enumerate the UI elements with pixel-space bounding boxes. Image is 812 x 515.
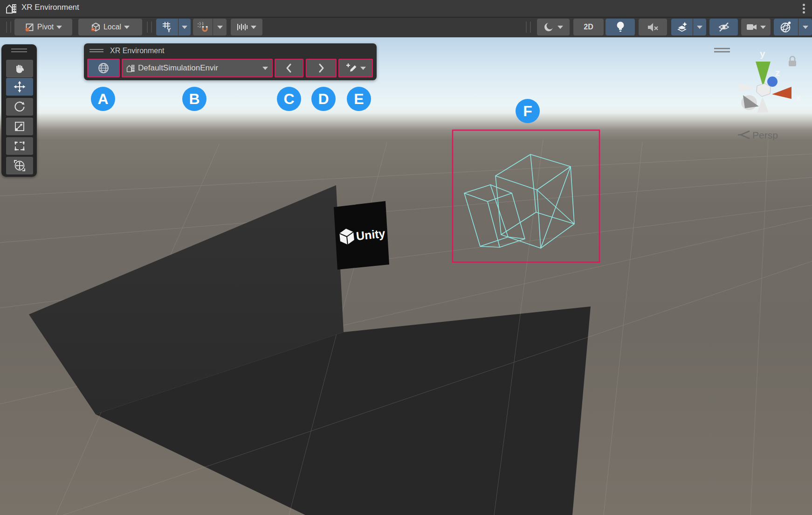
- toolbar-separator: [6, 21, 11, 33]
- edit-environment-button[interactable]: [338, 59, 373, 77]
- transform-tool[interactable]: [6, 157, 33, 174]
- effects-toggle[interactable]: [671, 19, 693, 35]
- audio-muted-icon: [647, 22, 659, 32]
- rect-tool[interactable]: [6, 137, 33, 155]
- annotation-badge-f: F: [516, 99, 540, 123]
- window-title: XR Environment: [21, 3, 79, 12]
- move-tool[interactable]: [6, 78, 33, 96]
- toolbar-separator: [147, 21, 152, 33]
- hand-icon: [14, 63, 25, 74]
- xr-environment-panel: XR Environment DefaultSimulationEnvir: [84, 43, 377, 80]
- previous-environment-button[interactable]: [275, 59, 303, 77]
- pivot-label: Pivot: [37, 23, 54, 31]
- local-toggle-button[interactable]: Local: [78, 19, 142, 35]
- annotation-badge-c: C: [277, 87, 301, 111]
- pivot-toggle-button[interactable]: Pivot: [14, 19, 72, 35]
- annotation-badge-d: D: [311, 87, 336, 111]
- edit-create-icon: [346, 62, 358, 74]
- environment-name: DefaultSimulationEnvir: [138, 63, 260, 73]
- panel-title: XR Environment: [110, 47, 165, 55]
- visibility-toggle[interactable]: [709, 19, 738, 35]
- annotation-badge-b: B: [182, 87, 206, 111]
- chevron-left-icon: [285, 63, 293, 74]
- chevron-down-icon: [56, 26, 62, 29]
- camera-icon: [746, 22, 757, 32]
- increment-ruler-icon: [237, 21, 248, 33]
- effects-dropdown[interactable]: [693, 19, 706, 35]
- window-icon: [6, 3, 18, 14]
- pivot-icon: [25, 22, 34, 32]
- gizmos-toggle[interactable]: [774, 19, 798, 35]
- chevron-down-icon: [217, 26, 223, 29]
- gizmos-dropdown[interactable]: [798, 19, 812, 35]
- chevron-down-icon: [803, 26, 808, 29]
- move-icon: [14, 81, 26, 93]
- globe-icon: [97, 62, 110, 74]
- snap-increment-button[interactable]: [231, 19, 262, 35]
- snap-dropdown[interactable]: [213, 19, 227, 35]
- window-menu-button[interactable]: [798, 2, 809, 15]
- panel-drag-handle[interactable]: [89, 49, 103, 53]
- gizmo-x-label: x: [796, 92, 801, 103]
- tools-overlay: [1, 44, 37, 177]
- environment-globe-button[interactable]: [87, 59, 120, 77]
- chevron-down-icon: [262, 67, 268, 70]
- shaded-sphere-icon: [544, 21, 555, 33]
- chevron-down-icon: [697, 26, 702, 29]
- gizmo-z-axis-sphere[interactable]: [767, 77, 778, 87]
- gizmos-globe-icon: [780, 21, 792, 33]
- annotation-badge-a: A: [91, 87, 115, 111]
- light-bulb-icon: [615, 21, 626, 33]
- next-environment-button[interactable]: [306, 59, 337, 77]
- tools-drag-handle[interactable]: [11, 49, 27, 53]
- scene-toolbar: Pivot Local Y: [0, 18, 812, 37]
- rotate-icon: [14, 101, 26, 113]
- scale-icon: [14, 120, 26, 132]
- grid-y-icon: Y: [162, 21, 172, 33]
- svg-text:Y: Y: [167, 27, 171, 33]
- 2d-label: 2D: [584, 23, 593, 31]
- toolbar-separator: [526, 21, 531, 33]
- chevron-right-icon: [317, 63, 325, 74]
- chevron-down-icon: [557, 26, 563, 29]
- grid-visibility-dropdown[interactable]: [179, 19, 191, 35]
- lighting-toggle[interactable]: [606, 19, 635, 35]
- prefab-environment-icon: [126, 64, 136, 72]
- snap-magnet-icon: [197, 21, 208, 33]
- gizmo-y-label: y: [760, 48, 765, 59]
- transform-icon: [14, 160, 26, 172]
- view-hand-tool[interactable]: [6, 60, 33, 77]
- scene-viewport: Unity: [0, 37, 812, 515]
- local-space-icon: [91, 22, 101, 32]
- snap-toggle[interactable]: [193, 19, 213, 35]
- 2d-toggle[interactable]: 2D: [573, 19, 604, 35]
- chevron-down-icon: [760, 26, 766, 29]
- annotation-badge-e: E: [347, 87, 371, 111]
- grid-visibility-toggle[interactable]: Y: [156, 19, 178, 35]
- camera-view-button[interactable]: [741, 19, 771, 35]
- eye-slash-icon: [718, 22, 730, 32]
- window-titlebar: XR Environment: [0, 0, 812, 18]
- environment-dropdown[interactable]: DefaultSimulationEnvir: [122, 59, 273, 77]
- rotate-tool[interactable]: [6, 98, 33, 116]
- chevron-down-icon: [251, 26, 256, 29]
- rect-tool-icon: [14, 140, 26, 152]
- gizmo-z-label: z: [775, 67, 780, 78]
- scale-tool[interactable]: [6, 118, 33, 135]
- unity-plaque: Unity: [334, 201, 389, 270]
- local-label: Local: [103, 23, 121, 31]
- projection-label: Persp: [752, 130, 778, 140]
- chevron-down-icon: [360, 67, 366, 70]
- audio-toggle[interactable]: [639, 19, 667, 35]
- effects-sparkle-icon: [676, 21, 688, 33]
- chevron-down-icon: [124, 26, 130, 29]
- shading-mode-button[interactable]: [537, 19, 570, 35]
- chevron-down-icon: [182, 26, 187, 29]
